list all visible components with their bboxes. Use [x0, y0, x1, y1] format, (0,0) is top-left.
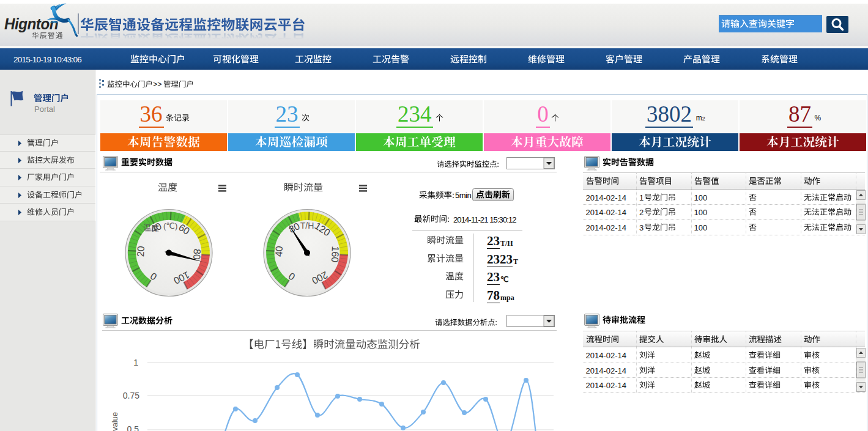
svg-text:160: 160 — [330, 246, 341, 263]
svg-text:value: value — [110, 412, 119, 431]
svg-text:40: 40 — [273, 246, 284, 257]
svg-text:20: 20 — [135, 246, 146, 257]
svg-text:80: 80 — [191, 249, 202, 260]
svg-text:0.75: 0.75 — [123, 391, 139, 400]
svg-text:0.5: 0.5 — [127, 424, 139, 431]
svg-text:1: 1 — [133, 358, 138, 367]
svg-text:T/H: T/H — [300, 221, 314, 230]
svg-text:(℃): (℃) — [163, 221, 177, 230]
